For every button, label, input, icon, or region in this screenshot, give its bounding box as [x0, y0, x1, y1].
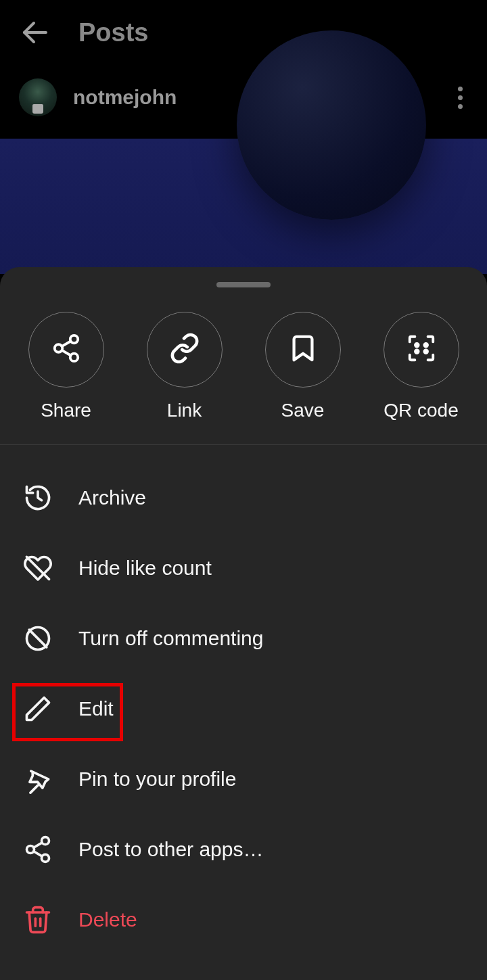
save-action[interactable]: Save: [265, 312, 341, 421]
username[interactable]: notmejohn: [73, 86, 177, 109]
header: Posts: [0, 0, 487, 65]
heart-off-icon: [22, 552, 54, 584]
qr-label: QR code: [384, 400, 459, 421]
archive-icon: [22, 482, 54, 514]
link-icon: [169, 333, 200, 367]
back-arrow-icon[interactable]: [19, 16, 51, 49]
sheet-handle[interactable]: [216, 282, 271, 287]
menu-pin-label: Pin to your profile: [78, 768, 236, 791]
menu-archive-label: Archive: [78, 486, 146, 509]
trash-icon: [22, 904, 54, 936]
pin-icon: [22, 763, 54, 795]
svg-line-16: [34, 851, 43, 856]
svg-point-8: [415, 350, 418, 353]
comment-off-icon: [22, 622, 54, 655]
menu-post-other-apps[interactable]: Post to other apps…: [0, 814, 487, 885]
menu-edit[interactable]: Edit: [0, 674, 487, 744]
menu-hide-likes[interactable]: Hide like count: [0, 533, 487, 603]
share-alt-icon: [22, 833, 54, 866]
menu-delete-label: Delete: [78, 908, 137, 931]
menu-delete[interactable]: Delete: [0, 885, 487, 955]
share-action[interactable]: Share: [28, 312, 104, 421]
share-label: Share: [41, 400, 91, 421]
menu-pin[interactable]: Pin to your profile: [0, 744, 487, 814]
bottom-sheet: Share Link Save QR code: [0, 267, 487, 980]
menu-turn-off-commenting[interactable]: Turn off commenting: [0, 603, 487, 674]
link-action[interactable]: Link: [147, 312, 223, 421]
avatar[interactable]: [19, 78, 57, 116]
qr-action[interactable]: QR code: [384, 312, 459, 421]
svg-line-5: [62, 341, 70, 346]
menu-hide-likes-label: Hide like count: [78, 557, 212, 580]
menu-list: Archive Hide like count Turn off comment…: [0, 445, 487, 973]
share-icon: [51, 333, 82, 367]
menu-archive[interactable]: Archive: [0, 463, 487, 533]
svg-line-17: [34, 843, 43, 847]
link-label: Link: [167, 400, 202, 421]
menu-post-other-label: Post to other apps…: [78, 838, 264, 861]
bookmark-icon: [287, 333, 319, 367]
qr-code-icon: [406, 333, 437, 367]
more-options-icon[interactable]: [453, 81, 468, 114]
svg-line-12: [29, 630, 47, 647]
svg-point-6: [415, 344, 418, 347]
menu-edit-label: Edit: [78, 697, 114, 720]
menu-turn-off-commenting-label: Turn off commenting: [78, 627, 263, 650]
svg-line-4: [62, 350, 70, 356]
quick-actions-row: Share Link Save QR code: [0, 312, 487, 444]
post-image: [0, 139, 487, 274]
pencil-icon: [22, 693, 54, 725]
svg-point-7: [424, 344, 427, 347]
page-title: Posts: [78, 18, 148, 47]
svg-point-9: [424, 350, 427, 353]
save-label: Save: [281, 400, 325, 421]
